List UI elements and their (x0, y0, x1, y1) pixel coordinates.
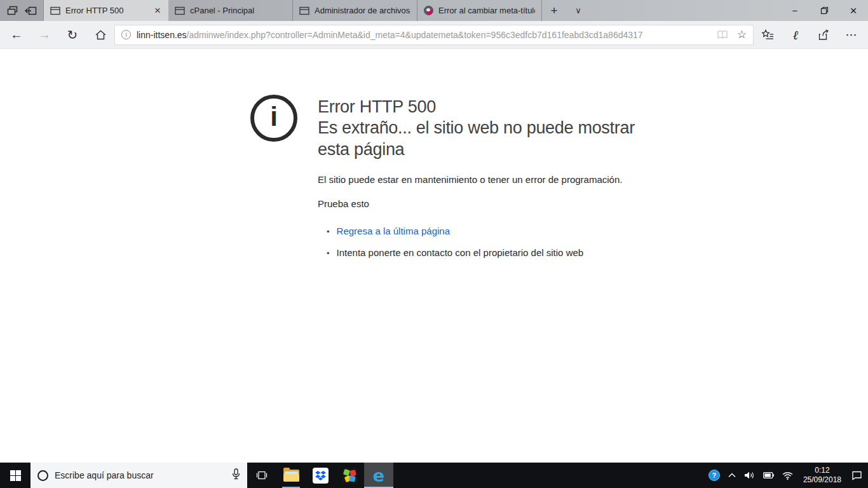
suggestion-list: • Regresa a la última página • Intenta p… (318, 226, 648, 258)
puzzle-app-icon (342, 468, 358, 484)
windows-ink-icon[interactable]: ℓ (782, 22, 810, 48)
clock-time: 0:12 (803, 466, 841, 475)
tab-title: Error HTTP 500 (65, 6, 148, 15)
browser-navigation-bar: ← → ↻ i linn-ittsen.es/adminwe/index.php… (0, 21, 868, 49)
back-icon[interactable]: ← (3, 22, 31, 48)
list-item: • Regresa a la última página (318, 226, 648, 236)
tab-title: cPanel - Principal (190, 6, 286, 15)
tab-title: Error al cambiar meta-título (438, 6, 535, 15)
error-subtitle-line1: Es extraño... el sitio web no puede most… (318, 117, 648, 139)
close-window-button[interactable]: × (839, 0, 868, 21)
wifi-icon[interactable] (782, 471, 793, 480)
taskbar-clock[interactable]: 0:12 25/09/2018 (801, 466, 843, 485)
start-button[interactable] (0, 463, 31, 488)
contact-owner-text: Intenta ponerte en contacto con el propi… (337, 247, 584, 258)
url-text: linn-ittsen.es/adminwe/index.php?control… (137, 30, 711, 40)
file-explorer-icon (283, 470, 299, 482)
system-tray: ? 0:12 25/09/2018 (709, 463, 868, 488)
tab-administrador-archivos[interactable]: Administrador de archivos c (293, 0, 417, 21)
set-tabs-aside-icon[interactable] (22, 3, 39, 19)
search-input[interactable] (55, 470, 226, 480)
tab-error-meta-titulo[interactable]: Error al cambiar meta-título (417, 0, 542, 21)
new-tab-button[interactable]: + (542, 0, 566, 21)
microphone-icon[interactable] (232, 468, 240, 482)
refresh-icon[interactable]: ↻ (58, 22, 86, 48)
add-favorite-star-icon[interactable]: ☆ (737, 29, 747, 40)
tab-cpanel-principal[interactable]: cPanel - Principal (168, 0, 293, 21)
puzzle-app-button[interactable] (335, 463, 364, 488)
prestashop-icon (424, 6, 433, 15)
tab-title: Administrador de archivos c (315, 6, 410, 15)
edge-icon: e (373, 467, 384, 484)
minimize-button[interactable]: − (780, 0, 810, 21)
home-icon[interactable] (86, 22, 114, 48)
task-view-button[interactable] (247, 463, 276, 488)
browser-toolbar: ℓ ⋯ (754, 22, 865, 48)
tab-close-icon[interactable]: × (153, 5, 162, 16)
edge-button[interactable]: e (364, 463, 393, 488)
page-icon (299, 6, 309, 15)
reading-view-icon[interactable] (717, 30, 728, 39)
help-notification-icon[interactable]: ? (709, 470, 720, 481)
site-info-icon[interactable]: i (121, 30, 131, 39)
battery-icon[interactable] (763, 472, 774, 478)
info-circle-icon: i (250, 95, 297, 142)
window-controls: − × (780, 0, 868, 21)
taskbar-search[interactable] (31, 463, 247, 488)
tabs-set-aside-list-icon[interactable] (4, 3, 22, 19)
tab-menu-chevron-icon[interactable]: ∨ (566, 0, 590, 21)
http-error-block: i Error HTTP 500 Es extraño... el sitio … (250, 95, 648, 269)
action-center-icon[interactable] (851, 471, 862, 480)
restore-button[interactable] (810, 0, 839, 21)
url-domain: linn-ittsen.es (137, 30, 187, 40)
favorites-hub-icon[interactable] (754, 22, 782, 48)
go-back-link[interactable]: Regresa a la última página (337, 226, 450, 236)
windows-logo-icon (10, 470, 21, 481)
show-hidden-icons-chevron[interactable] (728, 473, 736, 478)
tab-error-http-500[interactable]: Error HTTP 500 × (44, 0, 168, 21)
page-content: i Error HTTP 500 Es extraño... el sitio … (0, 49, 868, 463)
address-bar[interactable]: i linn-ittsen.es/adminwe/index.php?contr… (114, 25, 754, 45)
dropbox-icon (313, 468, 329, 484)
desktop: Error HTTP 500 × cPanel - Principal Admi… (0, 0, 868, 488)
page-icon (50, 6, 60, 15)
forward-icon[interactable]: → (31, 22, 58, 48)
error-title: Error HTTP 500 (318, 97, 648, 117)
dropbox-button[interactable] (306, 463, 335, 488)
page-icon (175, 6, 185, 15)
browser-tab-bar: Error HTTP 500 × cPanel - Principal Admi… (0, 0, 868, 21)
volume-icon[interactable] (744, 471, 755, 480)
windows-taskbar: e ? 0:12 25/09/2018 (0, 463, 868, 488)
file-explorer-button[interactable] (276, 463, 306, 488)
url-path: /adminwe/index.php?controller=AdminMeta&… (187, 30, 643, 40)
tab-aside-buttons (0, 0, 44, 21)
share-icon[interactable] (810, 22, 837, 48)
list-item: • Intenta ponerte en contacto con el pro… (318, 247, 648, 258)
more-options-icon[interactable]: ⋯ (837, 22, 865, 48)
error-description: El sitio puede estar en mantenimiento o … (318, 174, 648, 185)
error-subtitle-line2: esta página (318, 139, 648, 160)
cortana-icon (37, 470, 48, 481)
clock-date: 25/09/2018 (803, 475, 841, 485)
suggestion-heading: Prueba esto (318, 198, 648, 209)
